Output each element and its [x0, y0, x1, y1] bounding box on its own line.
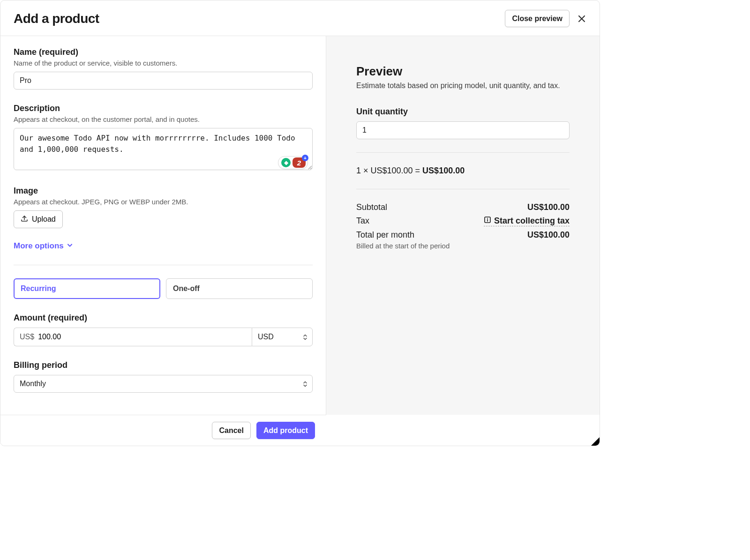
billed-note: Billed at the start of the period: [356, 242, 570, 250]
unit-quantity-label: Unit quantity: [356, 107, 570, 117]
billing-period-select[interactable]: Monthly: [14, 375, 313, 393]
chevron-down-icon: [67, 241, 73, 251]
billing-period-label: Billing period: [14, 360, 313, 370]
resize-corner-icon[interactable]: [591, 437, 600, 446]
tax-link-text: Start collecting tax: [494, 216, 570, 226]
currency-prefix: US$: [20, 333, 34, 341]
pricing-type-one-off[interactable]: One-off: [166, 278, 313, 299]
select-chevron-icon: [303, 381, 308, 387]
upload-icon: [21, 215, 28, 224]
description-label: Description: [14, 104, 313, 113]
description-help: Appears at checkout, on the customer por…: [14, 115, 313, 123]
upload-button[interactable]: Upload: [14, 210, 63, 228]
upload-label: Upload: [32, 215, 56, 224]
grammar-widget[interactable]: ◆ 2 +: [278, 156, 308, 169]
amount-input-wrap[interactable]: US$: [14, 328, 252, 346]
image-help: Appears at checkout. JPEG, PNG or WEBP u…: [14, 198, 313, 206]
pricing-type-recurring[interactable]: Recurring: [14, 278, 160, 299]
info-icon: [484, 216, 491, 226]
grammar-count-badge: 2 +: [292, 157, 306, 168]
preview-pane: Preview Estimate totals based on pricing…: [326, 36, 600, 415]
tax-row: Tax Start collecting tax: [356, 216, 570, 226]
cancel-button[interactable]: Cancel: [212, 422, 250, 439]
preview-line-total: US$100.00: [422, 166, 465, 175]
modal-footer: Cancel Add product: [0, 415, 326, 446]
subtotal-row: Subtotal US$100.00: [356, 202, 570, 212]
pricing-type-segment: Recurring One-off: [14, 278, 313, 299]
modal-header: Add a product Close preview: [0, 0, 600, 36]
select-chevron-icon: [303, 334, 308, 340]
name-section: Name (required) Name of the product or s…: [14, 47, 313, 90]
subtotal-label: Subtotal: [356, 202, 387, 212]
unit-quantity-input[interactable]: [356, 121, 570, 139]
currency-select[interactable]: USD: [252, 328, 313, 346]
description-section: Description Appears at checkout, on the …: [14, 104, 313, 172]
modal-body: Name (required) Name of the product or s…: [0, 36, 600, 415]
header-actions: Close preview: [505, 10, 586, 27]
tax-label: Tax: [356, 216, 369, 226]
divider: [14, 265, 313, 265]
plus-icon: +: [302, 155, 308, 161]
more-options-toggle[interactable]: More options: [14, 241, 73, 251]
modal-title: Add a product: [14, 11, 99, 26]
preview-line: 1 × US$100.00 = US$100.00: [356, 166, 570, 176]
svg-point-1: [487, 218, 488, 219]
form-pane: Name (required) Name of the product or s…: [0, 36, 326, 415]
preview-divider: [356, 152, 570, 153]
preview-title: Preview: [356, 64, 570, 79]
subtotal-value: US$100.00: [527, 202, 570, 212]
billing-period-section: Billing period Monthly: [14, 360, 313, 393]
preview-line-prefix: 1 × US$100.00 =: [356, 166, 422, 175]
preview-sub: Estimate totals based on pricing model, …: [356, 82, 570, 90]
amount-row: US$ USD: [14, 328, 313, 346]
total-label: Total per month: [356, 230, 414, 240]
name-help: Name of the product or service, visible …: [14, 59, 313, 67]
close-icon[interactable]: [577, 14, 586, 23]
image-label: Image: [14, 186, 313, 196]
total-value: US$100.00: [527, 230, 570, 240]
add-product-modal: Add a product Close preview Name (requir…: [0, 0, 600, 446]
name-label: Name (required): [14, 47, 313, 57]
grammar-count: 2: [297, 159, 301, 167]
add-product-button[interactable]: Add product: [256, 422, 315, 439]
name-input[interactable]: [14, 72, 313, 90]
amount-input[interactable]: [38, 328, 246, 346]
grammar-gem-icon: ◆: [281, 158, 291, 167]
description-input[interactable]: [14, 128, 313, 170]
currency-value: USD: [258, 333, 274, 341]
preview-divider: [356, 189, 570, 189]
amount-label: Amount (required): [14, 313, 313, 323]
amount-section: Amount (required) US$ USD: [14, 313, 313, 346]
close-preview-button[interactable]: Close preview: [505, 10, 570, 27]
start-collecting-tax-link[interactable]: Start collecting tax: [484, 216, 570, 226]
description-wrap: ◆ 2 +: [14, 128, 313, 172]
billing-period-value: Monthly: [20, 380, 46, 388]
more-options-label: More options: [14, 241, 64, 251]
total-row: Total per month US$100.00: [356, 230, 570, 240]
image-section: Image Appears at checkout. JPEG, PNG or …: [14, 186, 313, 228]
